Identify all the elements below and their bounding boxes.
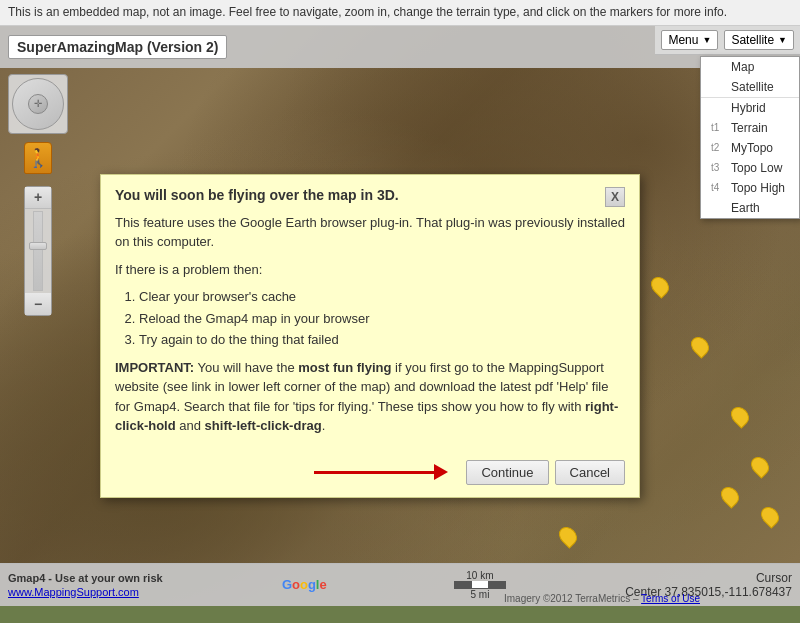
continue-button[interactable]: Continue xyxy=(466,460,548,485)
dialog-para1: This feature uses the Google Earth brows… xyxy=(115,213,625,252)
important-prefix: IMPORTANT: xyxy=(115,360,194,375)
important-text: You will have the xyxy=(194,360,298,375)
dialog-step: Reload the Gmap4 map in your browser xyxy=(139,309,625,329)
red-arrow xyxy=(314,464,448,480)
dialog-step: Clear your browser's cache xyxy=(139,287,625,307)
dialog-important: IMPORTANT: You will have the most fun fl… xyxy=(115,358,625,436)
top-info-bar: This is an embedded map, not an image. F… xyxy=(0,0,800,26)
dialog-close-button[interactable]: X xyxy=(605,187,625,207)
dialog-footer: Continue Cancel xyxy=(101,452,639,497)
period: . xyxy=(322,418,326,433)
dialog-para2: If there is a problem then: xyxy=(115,260,625,280)
dialog-header: You will soon be flying over the map in … xyxy=(101,175,639,213)
dialog-step: Try again to do the thing that failed xyxy=(139,330,625,350)
arrow-container xyxy=(115,464,460,480)
dialog-overlay: You will soon be flying over the map in … xyxy=(0,26,800,606)
bold-phrase: most fun flying xyxy=(298,360,391,375)
dialog-body: This feature uses the Google Earth brows… xyxy=(101,213,639,452)
dialog-title: You will soon be flying over the map in … xyxy=(115,187,399,203)
cancel-button[interactable]: Cancel xyxy=(555,460,625,485)
arrow-line xyxy=(314,471,434,474)
dialog: You will soon be flying over the map in … xyxy=(100,174,640,498)
dialog-steps: Clear your browser's cacheReload the Gma… xyxy=(139,287,625,350)
arrow-head xyxy=(434,464,448,480)
bold-shift: shift-left-click-drag xyxy=(205,418,322,433)
and-text: and xyxy=(176,418,205,433)
map-container[interactable]: SuperAmazingMap (Version 2) Menu ▼ Satel… xyxy=(0,26,800,606)
top-info-text: This is an embedded map, not an image. F… xyxy=(8,5,727,19)
